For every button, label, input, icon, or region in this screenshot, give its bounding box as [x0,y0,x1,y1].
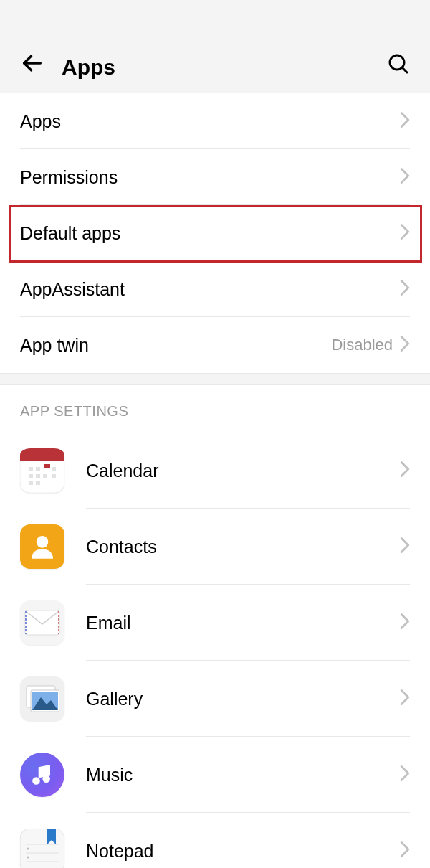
svg-rect-15 [36,481,40,485]
svg-rect-11 [36,474,40,478]
row-label: App twin [20,335,331,356]
calendar-icon [20,448,64,493]
app-label: Email [86,613,400,633]
contacts-icon [20,524,64,569]
section-header: APP SETTINGS [0,385,430,433]
svg-point-31 [27,857,29,859]
svg-line-2 [402,67,407,72]
notepad-icon [20,829,64,868]
svg-rect-9 [52,467,56,471]
chevron-right-icon [400,224,410,242]
app-row-notepad[interactable]: Notepad [0,813,430,868]
chevron-right-icon [400,537,410,556]
row-permissions[interactable]: Permissions [0,149,430,205]
app-settings-list: Calendar Contacts Email [0,433,430,868]
app-label: Gallery [86,689,400,709]
app-row-calendar[interactable]: Calendar [0,433,430,509]
gallery-icon [20,676,64,721]
email-icon [20,600,64,645]
app-label: Calendar [86,461,400,481]
chevron-right-icon [400,461,410,480]
app-row-gallery[interactable]: Gallery [0,661,430,737]
app-row-email[interactable]: Email [0,585,430,661]
row-label: Default apps [20,223,400,244]
row-label: Apps [20,111,400,132]
page-title: Apps [62,55,384,80]
svg-rect-14 [29,481,33,485]
svg-rect-24 [20,829,64,868]
chevron-right-icon [400,112,410,131]
svg-rect-13 [52,474,56,478]
app-row-music[interactable]: Music [0,737,430,813]
row-label: AppAssistant [20,279,400,300]
row-label: Permissions [20,167,400,188]
app-bar: Apps [0,0,430,93]
svg-point-30 [27,848,29,850]
row-app-assistant[interactable]: AppAssistant [0,261,430,317]
search-icon[interactable] [384,49,413,78]
settings-section: Apps Permissions Default apps AppAssista… [0,93,430,373]
svg-rect-8 [36,467,40,471]
row-default-apps[interactable]: Default apps [0,205,430,261]
svg-point-16 [37,536,49,548]
chevron-right-icon [400,336,410,354]
row-app-twin[interactable]: App twin Disabled [0,317,430,373]
svg-rect-12 [43,474,47,478]
section-gap [0,373,430,385]
app-label: Notepad [86,841,400,862]
chevron-right-icon [400,841,410,860]
row-value: Disabled [331,336,393,354]
svg-rect-7 [29,467,33,471]
chevron-right-icon [400,765,410,784]
chevron-right-icon [400,168,410,187]
chevron-right-icon [400,280,410,298]
back-icon[interactable] [17,48,47,78]
music-icon [20,753,64,797]
svg-rect-5 [20,456,64,461]
app-row-contacts[interactable]: Contacts [0,509,430,585]
chevron-right-icon [400,613,410,632]
chevron-right-icon [400,689,410,708]
row-apps[interactable]: Apps [0,93,430,149]
app-label: Music [86,765,400,786]
svg-rect-6 [44,464,50,468]
svg-rect-10 [29,474,33,478]
app-label: Contacts [86,537,400,557]
